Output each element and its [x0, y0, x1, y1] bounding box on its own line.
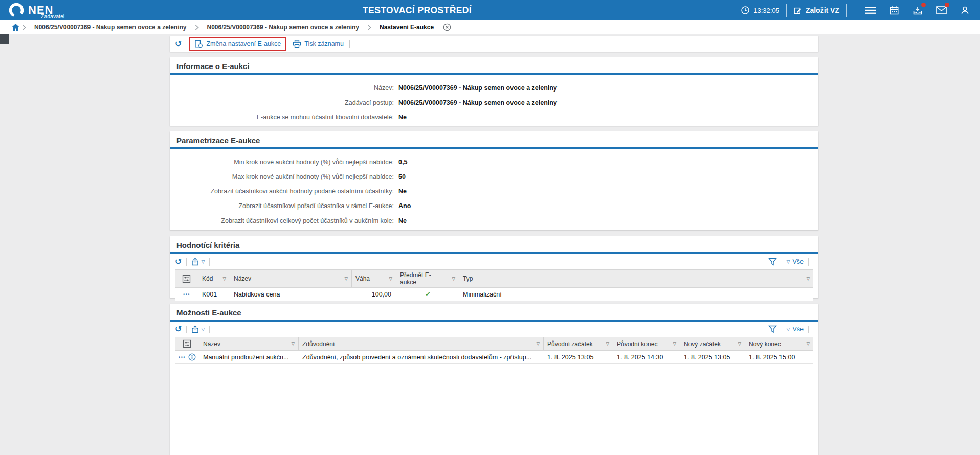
- column-header-novy-konec[interactable]: Nový konec ▽: [745, 337, 813, 350]
- change-eauction-settings-label: Změna nastavení E-aukce: [206, 40, 281, 48]
- section-title: Hodnotící kritéria: [170, 236, 818, 250]
- toolbar-divider: [209, 258, 210, 266]
- collapsed-panel-tab[interactable]: [0, 34, 9, 44]
- column-settings-icon[interactable]: [175, 337, 199, 350]
- sort-icon: ▽: [389, 277, 392, 281]
- mail-icon[interactable]: [935, 4, 947, 16]
- toolbar-divider: [782, 326, 782, 333]
- table-row[interactable]: ••• K001 Nabídková cena 100,00 ✔ Minimal…: [175, 288, 813, 301]
- options-table: Název ▽ Zdůvodnění ▽ Původní začátek ▽ P…: [175, 337, 813, 364]
- row-menu-icon[interactable]: •••: [179, 355, 186, 360]
- clock-icon: [741, 6, 750, 15]
- column-header-vaha[interactable]: Váha ▽: [352, 270, 396, 287]
- home-icon[interactable]: [11, 23, 20, 31]
- check-icon: ✔: [425, 290, 431, 298]
- section-title: Informace o E-aukci: [170, 57, 818, 71]
- field-row: Zadávací postup: N006/25/V00007369 - Nák…: [170, 96, 818, 110]
- column-header-puvodni-zacatek[interactable]: Původní začátek ▽: [544, 337, 613, 350]
- calendar-icon[interactable]: [888, 4, 900, 16]
- column-label: Název: [203, 340, 220, 348]
- column-label: Kód: [202, 275, 213, 282]
- section-info: Informace o E-aukci Název: N006/25/V0000…: [170, 57, 818, 126]
- sort-icon: ▽: [536, 342, 540, 346]
- app-root: NEN Zadavatel TESTOVACÍ PROSTŘEDÍ 13:32:…: [0, 0, 980, 455]
- section-title: Parametrizace E-aukce: [170, 131, 818, 145]
- field-row: Max krok nové aukční hodnoty (%) vůči ne…: [170, 170, 818, 185]
- column-header-novy-zacatek[interactable]: Nový začátek ▽: [680, 337, 745, 350]
- cell-typ: Minimalizační: [459, 291, 813, 298]
- field-label: Zobrazit účastníkovi celkový počet účast…: [170, 217, 394, 224]
- user-icon[interactable]: [959, 4, 971, 16]
- change-eauction-settings-button[interactable]: Změna nastavení E-aukce: [194, 40, 281, 48]
- close-tab-icon[interactable]: [443, 23, 451, 31]
- field-label: Zadávací postup:: [170, 99, 394, 106]
- refresh-icon[interactable]: ↺: [175, 40, 182, 48]
- row-menu-icon[interactable]: •••: [183, 292, 190, 297]
- field-row: Zobrazit účastníkovi celkový počet účast…: [170, 213, 818, 228]
- filter-preset-all[interactable]: Vše: [792, 258, 804, 265]
- column-header-zduvodneni[interactable]: Zdůvodnění ▽: [299, 337, 544, 350]
- brand-subtitle: Zadavatel: [41, 13, 64, 19]
- filter-preset-dropdown-icon[interactable]: ▽: [787, 327, 790, 332]
- table-row[interactable]: ••• Manuální prodloužení aukčn... Zdůvod…: [175, 351, 813, 364]
- breadcrumb-current: Nastavení E-aukce: [380, 24, 434, 31]
- column-header-predmet[interactable]: Předmět E-aukce ▽: [396, 270, 459, 287]
- column-label: Nový začátek: [684, 340, 721, 348]
- export-icon[interactable]: [191, 325, 199, 333]
- sort-icon: ▽: [291, 342, 295, 346]
- section-options: Možnosti E-aukce ↺ ▽ ▽ Vše: [170, 304, 818, 455]
- record-toolbar: ↺ Změna nastavení E-aukce Tisk záznamu: [170, 36, 818, 52]
- field-value: Ano: [398, 202, 411, 210]
- cell-vaha: 100,00: [352, 291, 396, 298]
- field-label: Název:: [170, 84, 394, 92]
- breadcrumb-item-2[interactable]: N006/25/V00007369 - Nákup semen ovoce a …: [207, 24, 360, 31]
- options-table-header: Název ▽ Zdůvodnění ▽ Původní začátek ▽ P…: [175, 337, 813, 351]
- toolbar-divider: [209, 326, 210, 333]
- edit-icon: [793, 6, 802, 15]
- filter-preset-all[interactable]: Vše: [792, 326, 804, 333]
- column-settings-icon[interactable]: [175, 270, 198, 287]
- column-header-typ[interactable]: Typ ▽: [459, 270, 813, 287]
- cell-kod: K001: [198, 291, 230, 298]
- field-label: Min krok nové aukční hodnoty (%) vůči ne…: [170, 158, 394, 166]
- toolbar-divider: [782, 258, 782, 266]
- field-label: Zobrazit účastníkovi aukční hodnoty poda…: [170, 188, 394, 195]
- app-header: NEN Zadavatel TESTOVACÍ PROSTŘEDÍ 13:32:…: [0, 0, 980, 20]
- inbox-icon[interactable]: [911, 4, 924, 16]
- filter-icon[interactable]: [768, 258, 777, 266]
- toolbar-divider: [808, 258, 809, 266]
- column-header-puvodni-konec[interactable]: Původní konec ▽: [613, 337, 680, 350]
- column-header-nazev[interactable]: Název ▽: [199, 337, 299, 350]
- filter-icon[interactable]: [768, 325, 777, 333]
- chevron-right-icon: [195, 25, 199, 30]
- filter-preset-dropdown-icon[interactable]: ▽: [787, 260, 790, 264]
- column-header-kod[interactable]: Kód ▽: [198, 270, 230, 287]
- refresh-icon[interactable]: ↺: [175, 258, 182, 266]
- breadcrumb: N006/25/V00007369 - Nákup semen ovoce a …: [0, 20, 980, 34]
- column-label: Zdůvodnění: [302, 340, 335, 348]
- cell-novy-konec: 1. 8. 2025 15:00: [745, 354, 813, 361]
- export-icon[interactable]: [191, 258, 199, 266]
- field-row: Název: N006/25/V00007369 - Nákup semen o…: [170, 81, 818, 96]
- info-icon[interactable]: [188, 353, 196, 361]
- field-value: 50: [398, 173, 406, 180]
- nen-logo[interactable]: NEN Zadavatel: [8, 0, 53, 20]
- export-dropdown-icon[interactable]: ▽: [201, 327, 205, 332]
- header-divider: [786, 4, 787, 17]
- cell-novy-zacatek: 1. 8. 2025 13:05: [680, 354, 745, 361]
- refresh-icon[interactable]: ↺: [175, 325, 182, 333]
- print-record-button[interactable]: Tisk záznamu: [293, 40, 344, 48]
- column-header-nazev[interactable]: Název ▽: [230, 270, 352, 287]
- menu-icon[interactable]: [864, 4, 877, 16]
- chevron-right-icon: [22, 25, 26, 30]
- section-title: Možnosti E-aukce: [170, 304, 818, 317]
- field-value: Ne: [398, 113, 407, 121]
- field-value: Ne: [398, 188, 407, 195]
- notification-badge: [945, 3, 949, 7]
- cell-puvodni-konec: 1. 8. 2025 14:30: [613, 354, 680, 361]
- header-divider: [846, 4, 847, 17]
- server-time: 13:32:05: [741, 6, 779, 15]
- export-dropdown-icon[interactable]: ▽: [201, 260, 205, 264]
- breadcrumb-item-1[interactable]: N006/25/V00007369 - Nákup semen ovoce a …: [34, 24, 187, 31]
- create-vz-button[interactable]: Založit VZ: [793, 6, 839, 15]
